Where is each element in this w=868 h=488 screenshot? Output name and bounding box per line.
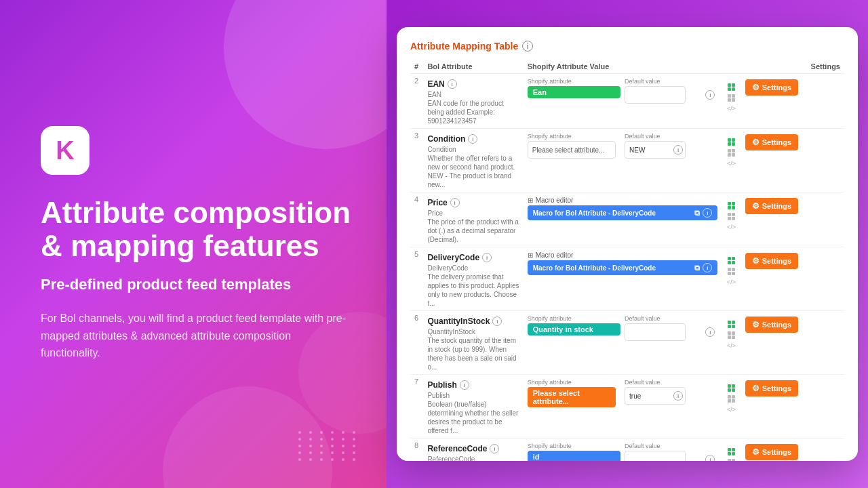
attr-name: DeliveryCode i [427,253,519,262]
attr-desc: PriceThe price of the product with a dot… [427,209,519,244]
default-label: Default value [625,133,717,140]
grid2x2-gray-icon[interactable] [728,268,735,275]
row-actions: </> [726,380,736,413]
shopify-attribute-select[interactable]: Please select attribute... [528,141,616,159]
default-info-icon[interactable]: i [705,327,715,337]
shopify-field-label: Shopify attribute [528,133,620,140]
grid2x2-icon[interactable] [728,138,735,146]
grid2x2-icon[interactable] [728,384,735,392]
grid2x2-gray-icon[interactable] [728,94,735,102]
gear-icon: ⚙ [752,384,760,393]
grid2x2-gray-icon[interactable] [728,149,735,157]
default-info-icon[interactable]: i [673,145,683,155]
row-icons-cell: </> [722,192,741,247]
code-icon[interactable]: </> [727,279,736,285]
shopify-value-cell: Shopify attribute Ean Default value i [524,74,722,129]
attribute-mapping-card: Attribute Mapping Table i # Bol Attribut… [397,27,858,461]
grid2x2-gray-icon[interactable] [728,213,735,220]
attr-desc: PublishBoolean (true/false) determining … [427,391,519,435]
shopify-field-group: Shopify attribute Please select attribut… [528,133,620,159]
bol-attribute-cell: Condition i ConditionWhether the offer r… [423,129,523,192]
settings-button[interactable]: ⚙ Settings [745,253,798,269]
left-panel: K Attribute composition & mapping featur… [0,0,387,488]
attr-desc: QuantityInStockThe stock quantity of the… [427,327,519,371]
table-row: 8 ReferenceCode i ReferenceCodeA value t… [410,439,844,462]
card-title: Attribute Mapping Table i [410,41,844,52]
macro-copy-icon[interactable]: ⧉ [694,264,700,272]
macro-info-icon[interactable]: i [703,208,712,218]
settings-cell: ⚙ Settings [741,375,807,439]
attr-info-icon[interactable]: i [460,380,469,390]
grid2x2-icon[interactable] [728,257,735,264]
macro-container: ⊞ Macro editor Macro for Bol Attribute -… [528,251,718,275]
default-info-icon[interactable]: i [673,391,683,401]
code-icon[interactable]: </> [727,105,736,112]
grid2x2-icon[interactable] [728,448,735,455]
default-label: Default value [625,443,717,449]
default-field-group: Default value i [625,443,717,461]
mapping-container: Shopify attribute id Default value i [528,443,718,461]
default-field-group: Default value i [625,315,717,341]
row-actions: </> [726,198,736,230]
code-icon[interactable]: </> [727,406,736,413]
settings-button[interactable]: ⚙ Settings [745,79,798,96]
attr-info-icon[interactable]: i [482,253,492,262]
code-icon[interactable]: </> [727,342,736,349]
row-icons-cell: </> [722,74,741,129]
col-settings: Settings [807,60,844,74]
row-actions: </> [726,444,736,461]
row-icons-cell: </> [722,129,741,192]
macro-copy-icon[interactable]: ⧉ [694,209,700,218]
shopify-field-group: Shopify attribute id [528,443,620,461]
default-value-input[interactable] [625,86,686,104]
code-icon[interactable]: </> [727,160,736,167]
grid2x2-icon[interactable] [728,321,735,328]
attr-desc: ReferenceCodeA value that may help you i… [427,455,519,461]
grid2x2-icon[interactable] [728,202,735,209]
default-input-wrap: i [625,323,717,341]
shopify-field-group: Shopify attribute Quantity in stock [528,315,620,336]
table-row: 4 Price i PriceThe price of the product … [410,192,844,247]
hero-title: Attribute composition & mapping features [41,197,353,262]
attr-info-icon[interactable]: i [448,79,457,89]
row-icons-cell: </> [722,439,741,462]
default-value-input[interactable] [625,451,686,461]
attr-info-icon[interactable]: i [490,444,499,453]
attr-info-icon[interactable]: i [492,317,502,326]
settings-button[interactable]: ⚙ Settings [745,134,798,150]
shopify-field-label: Shopify attribute [528,379,620,386]
default-value-input[interactable] [625,323,686,341]
shopify-value-cell: Shopify attribute Please select attribut… [524,375,722,439]
code-icon[interactable]: </> [727,224,736,230]
gear-icon: ⚙ [752,256,760,266]
col-hash: # [410,60,423,74]
attr-desc: DeliveryCodeThe delivery promise that ap… [427,264,519,308]
table-row: 5 DeliveryCode i DeliveryCodeThe deliver… [410,247,844,311]
grid2x2-gray-icon[interactable] [728,459,735,461]
attr-info-icon[interactable]: i [450,198,460,207]
default-info-icon[interactable]: i [705,90,715,100]
settings-button[interactable]: ⚙ Settings [745,317,798,333]
macro-container: ⊞ Macro editor Macro for Bol Attribute -… [528,197,718,220]
card-info-icon[interactable]: i [522,41,533,52]
settings-cell: ⚙ Settings [741,247,807,311]
col-bol-attribute: Bol Attribute [423,60,523,74]
macro-info-icon[interactable]: i [703,263,712,272]
settings-button[interactable]: ⚙ Settings [745,444,798,460]
logo-letter: K [56,136,74,165]
row-actions: </> [726,134,736,167]
grid2x2-icon[interactable] [728,83,735,91]
default-info-icon[interactable]: i [705,455,715,461]
macro-label: ⊞ Macro editor [528,197,718,204]
settings-button[interactable]: ⚙ Settings [745,198,798,214]
table-row: 6 QuantityInStock i QuantityInStockThe s… [410,311,844,375]
mapping-container: Shopify attribute Please select attribut… [528,133,718,159]
grid2x2-gray-icon[interactable] [728,331,735,339]
grid2x2-gray-icon[interactable] [728,395,735,403]
gear-icon: ⚙ [752,138,760,147]
shopify-field-label: Shopify attribute [528,443,620,449]
default-label: Default value [625,78,717,85]
default-input-wrap: i [625,141,686,159]
attr-info-icon[interactable]: i [468,134,477,144]
settings-button[interactable]: ⚙ Settings [745,380,798,396]
